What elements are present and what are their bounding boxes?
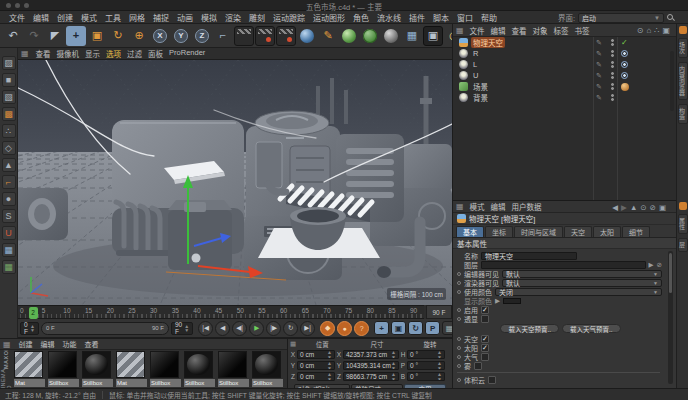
menubar-item-10[interactable]: 雕刻 xyxy=(245,12,269,23)
om-menu-item-2[interactable]: 查看 xyxy=(509,25,530,36)
visibility-dots-icon[interactable] xyxy=(610,49,615,58)
edit-toggle-icon[interactable]: ✎ xyxy=(596,50,602,58)
workplane-lock-icon[interactable]: ▦ xyxy=(2,243,16,257)
play-backwards-button[interactable]: ◀ xyxy=(215,321,230,336)
prev-frame-button[interactable]: ◀| xyxy=(232,321,247,336)
right-tab-top-0[interactable]: 场次 xyxy=(678,38,688,58)
edit-toggle-icon[interactable]: ✎ xyxy=(596,61,602,69)
viewport-menu-6[interactable]: ProRender xyxy=(166,48,208,59)
material-item-6[interactable]: Stillbox xyxy=(218,351,249,387)
keyframe-dot-icon[interactable] xyxy=(457,337,461,341)
viewport-menu-4[interactable]: 过滤 xyxy=(124,48,145,59)
play-forwards-button[interactable]: ▶ xyxy=(249,321,264,336)
am-menu-item-2[interactable]: 用户数据 xyxy=(509,201,545,212)
timeline-ruler[interactable]: 2 051015202530354045505560657075808590 xyxy=(18,305,424,319)
visibility-dots-icon[interactable] xyxy=(610,82,615,91)
attribute-tab-2[interactable]: 时间与区域 xyxy=(514,226,563,237)
om-menu-item-1[interactable]: 编辑 xyxy=(488,25,509,36)
keyframe-dot-icon[interactable] xyxy=(457,281,461,285)
record-keyframe-button[interactable]: ◆ xyxy=(320,321,335,336)
keyframe-dot-icon[interactable] xyxy=(457,317,461,321)
material-item-3[interactable]: Mat xyxy=(116,351,147,387)
layer-clear-icon[interactable]: ⊘ xyxy=(657,261,662,269)
object-row-0[interactable]: 物理天空✎✓ xyxy=(453,37,676,48)
viewport-menu-0[interactable]: 查看 xyxy=(33,48,54,59)
om-menu-item-0[interactable]: 文件 xyxy=(467,25,488,36)
keyframe-dot-icon[interactable] xyxy=(457,308,461,312)
position-x-field[interactable]: 0 cm▲▼ xyxy=(297,350,335,359)
menubar-item-9[interactable]: 渲染 xyxy=(221,12,245,23)
object-row-5[interactable]: 背景✎ xyxy=(453,92,676,103)
last-tool-icon[interactable]: ⊕ xyxy=(129,26,149,46)
viewport-menu-3[interactable]: 选项 xyxy=(103,48,124,59)
material-menu-item-3[interactable]: 查看 xyxy=(81,339,103,349)
spline-pen-icon[interactable]: ✎ xyxy=(318,26,338,46)
attribute-tab-0[interactable]: 基本 xyxy=(456,226,484,237)
am-parent-icon[interactable]: ▲ xyxy=(630,203,637,212)
coord-system-icon[interactable]: ⌐ xyxy=(213,26,233,46)
material-item-0[interactable]: Mat xyxy=(14,351,45,387)
attribute-menu-icon[interactable]: ▦ xyxy=(456,202,464,211)
texture-mode-icon[interactable]: ▩ xyxy=(2,107,16,121)
viewport-menu-5[interactable]: 面板 xyxy=(145,48,166,59)
keyframe-selection-button[interactable]: ? xyxy=(354,321,369,336)
polygon-mode-icon[interactable]: ▲ xyxy=(2,158,16,172)
am-new-panel-icon[interactable]: ▣ xyxy=(659,203,666,212)
viewport-menu-icon[interactable]: ▦ xyxy=(21,49,29,58)
attribute-scrollbar[interactable] xyxy=(668,251,673,384)
param-checkbox[interactable]: ✓ xyxy=(481,344,489,352)
play-loop-button[interactable]: ↻ xyxy=(283,321,298,336)
lock-z-axis-icon[interactable]: Z xyxy=(192,26,212,46)
subdivision-surface-icon[interactable] xyxy=(339,26,359,46)
workplane-mode-icon[interactable]: ▦ xyxy=(2,260,16,274)
visibility-dots-icon[interactable] xyxy=(610,38,615,47)
object-manager-tab-icon[interactable] xyxy=(679,26,687,34)
rotation-b-field[interactable]: 0 °▲▼ xyxy=(407,372,445,381)
volume-icon[interactable] xyxy=(381,26,401,46)
name-input[interactable]: 物理天空 xyxy=(481,252,577,260)
timeline-playhead[interactable]: 2 xyxy=(29,307,38,319)
am-forward-icon[interactable]: ▶ xyxy=(621,203,627,212)
make-editable-icon[interactable]: ▨ xyxy=(2,56,16,70)
om-frame-icon[interactable]: ▣ xyxy=(662,26,670,35)
deformer-icon[interactable] xyxy=(360,26,380,46)
menubar-item-7[interactable]: 动画 xyxy=(173,12,197,23)
keyframe-dot-icon[interactable] xyxy=(457,272,461,276)
param-checkbox[interactable]: ✓ xyxy=(481,335,489,343)
rotation-p-field[interactable]: 0 °▲▼ xyxy=(407,361,445,370)
menubar-item-6[interactable]: 捕捉 xyxy=(149,12,173,23)
material-menu-item-1[interactable]: 编辑 xyxy=(37,339,59,349)
menubar-item-0[interactable]: 文件 xyxy=(5,12,29,23)
camera-object-icon[interactable]: ▣ xyxy=(423,26,443,46)
menubar-item-3[interactable]: 模式 xyxy=(77,12,101,23)
axis-mode-icon[interactable]: ⌐ xyxy=(2,175,16,189)
right-tab-bottom-0[interactable]: 属性 xyxy=(678,214,688,234)
size-y-field[interactable]: 104395.314 cm▲▼ xyxy=(343,361,399,370)
record-rotation-toggle[interactable]: ↻ xyxy=(408,321,423,335)
record-parameter-toggle[interactable]: P xyxy=(425,321,440,335)
param-checkbox[interactable] xyxy=(481,353,489,361)
edit-toggle-icon[interactable]: ✎ xyxy=(596,39,602,47)
color-swatch[interactable] xyxy=(503,298,521,304)
attribute-tab-1[interactable]: 坐标 xyxy=(485,226,513,237)
render-team-icon[interactable] xyxy=(276,26,296,46)
goto-start-button[interactable]: |◀ xyxy=(198,321,213,336)
object-row-3[interactable]: U✎ xyxy=(453,70,676,81)
live-selection-icon[interactable]: ◤ xyxy=(45,26,65,46)
attribute-tab-5[interactable]: 细节 xyxy=(622,226,650,237)
menubar-item-4[interactable]: 工具 xyxy=(101,12,125,23)
param-checkbox[interactable]: ✓ xyxy=(481,306,489,314)
am-menu-item-0[interactable]: 模式 xyxy=(467,201,488,212)
menubar-item-18[interactable]: 帮助 xyxy=(477,12,501,23)
attribute-manager-tab-icon[interactable] xyxy=(679,202,687,210)
attribute-tab-3[interactable]: 天空 xyxy=(564,226,592,237)
viewport-menu-1[interactable]: 摄像机 xyxy=(54,48,83,59)
start-frame-field[interactable]: 0 F▲▼ xyxy=(20,322,39,335)
render-view-icon[interactable] xyxy=(234,26,254,46)
material-item-5[interactable]: Stillbox xyxy=(184,351,215,387)
move-tool-icon[interactable]: + xyxy=(66,26,86,46)
material-item-1[interactable]: Stillbox xyxy=(48,351,79,387)
menubar-item-2[interactable]: 创建 xyxy=(53,12,77,23)
scale-tool-icon[interactable]: ▣ xyxy=(87,26,107,46)
rotate-tool-icon[interactable]: ↻ xyxy=(108,26,128,46)
